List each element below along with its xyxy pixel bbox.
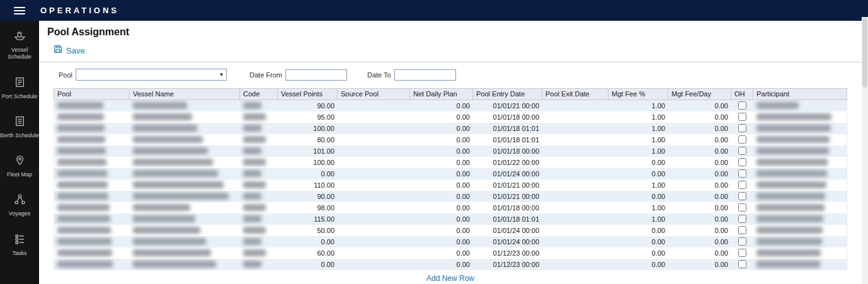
vessel-schedule-icon bbox=[14, 30, 26, 44]
oh-checkbox[interactable] bbox=[738, 124, 746, 132]
oh-checkbox[interactable] bbox=[738, 237, 746, 246]
add-new-row-link[interactable]: Add New Row bbox=[426, 274, 474, 283]
mgt-fee-pct-cell: 0.00 bbox=[608, 168, 668, 179]
oh-checkbox[interactable] bbox=[738, 181, 746, 189]
code-cell bbox=[240, 247, 278, 259]
mgt-fee-day-cell: 0.00 bbox=[668, 157, 731, 168]
scrollbar-thumb[interactable] bbox=[862, 18, 867, 88]
table-row: 60.000.0001/12/23 00:000.000.00 bbox=[54, 247, 847, 259]
pool-select[interactable]: ▼ bbox=[76, 69, 227, 81]
pool-entry-date-cell: 01/01/18 00:00 bbox=[473, 145, 542, 157]
redacted-text bbox=[57, 227, 111, 234]
pool-entry-date-cell: 01/01/24 00:00 bbox=[473, 225, 542, 236]
redacted-text bbox=[133, 147, 208, 154]
filter-bar: Pool ▼ Date From Date To bbox=[59, 69, 868, 81]
oh-checkbox[interactable] bbox=[738, 169, 746, 178]
vessel-points-cell: 90.00 bbox=[278, 100, 338, 111]
code-cell bbox=[240, 179, 278, 191]
oh-checkbox[interactable] bbox=[738, 101, 746, 110]
oh-cell bbox=[731, 213, 753, 225]
oh-checkbox[interactable] bbox=[738, 192, 746, 200]
sidebar-item-vessel-schedule[interactable]: Vessel Schedule bbox=[0, 30, 39, 61]
redacted-text bbox=[757, 125, 831, 132]
fleet-map-icon bbox=[14, 154, 26, 169]
oh-checkbox[interactable] bbox=[738, 215, 746, 223]
pool-exit-date-cell bbox=[542, 259, 608, 270]
sidebar-item-berth-schedule[interactable]: Berth Schedule bbox=[0, 115, 39, 139]
oh-checkbox[interactable] bbox=[738, 113, 746, 121]
vessel-points-cell: 100.00 bbox=[278, 157, 338, 168]
code-cell bbox=[240, 259, 278, 270]
net-daily-plan-cell: 0.00 bbox=[410, 168, 473, 179]
net-daily-plan-cell: 0.00 bbox=[410, 111, 473, 123]
oh-checkbox[interactable] bbox=[738, 249, 746, 257]
code-cell bbox=[240, 123, 278, 134]
source-pool-cell bbox=[338, 145, 410, 157]
sidebar-item-fleet-map[interactable]: Fleet Map bbox=[0, 154, 39, 178]
pool-exit-date-cell bbox=[542, 168, 608, 179]
source-pool-cell bbox=[338, 134, 410, 145]
net-daily-plan-cell: 0.00 bbox=[410, 145, 473, 157]
table-row: 110.000.0001/01/21 00:001.000.00 bbox=[54, 179, 847, 191]
vessel-name-cell bbox=[130, 123, 240, 134]
column-header-code: Code bbox=[240, 89, 278, 99]
code-cell bbox=[240, 100, 278, 111]
redacted-text bbox=[757, 113, 831, 120]
redacted-text bbox=[57, 261, 113, 268]
save-icon bbox=[54, 45, 62, 56]
sidebar-item-label: Vessel Schedule bbox=[0, 47, 39, 61]
participant-cell bbox=[753, 259, 848, 270]
oh-checkbox[interactable] bbox=[738, 226, 746, 234]
table-row: 0.000.0001/01/24 00:000.000.00 bbox=[54, 236, 847, 247]
mgt-fee-day-cell: 0.00 bbox=[668, 225, 731, 236]
sidebar-item-voyages[interactable]: Voyages bbox=[0, 193, 39, 217]
oh-checkbox[interactable] bbox=[738, 158, 746, 166]
pool-exit-date-cell bbox=[542, 111, 608, 123]
vessel-name-cell bbox=[130, 236, 240, 247]
participant-cell bbox=[753, 202, 848, 213]
redacted-text bbox=[243, 193, 261, 200]
participant-cell bbox=[753, 225, 848, 236]
net-daily-plan-cell: 0.00 bbox=[410, 179, 473, 191]
redacted-text bbox=[243, 215, 261, 222]
table-row: 0.000.0001/01/24 00:000.000.00 bbox=[54, 168, 847, 179]
net-daily-plan-cell: 0.00 bbox=[410, 191, 473, 202]
redacted-text bbox=[133, 170, 218, 177]
main-content: Pool Assignment Save Pool ▼ Date From Da… bbox=[39, 21, 868, 284]
source-pool-cell bbox=[338, 236, 410, 247]
sidebar-item-label: Fleet Map bbox=[7, 171, 32, 178]
redacted-text bbox=[57, 136, 105, 143]
oh-checkbox[interactable] bbox=[738, 260, 746, 268]
participant-cell bbox=[753, 134, 848, 145]
sidebar-item-tasks[interactable]: Tasks bbox=[0, 233, 39, 257]
code-cell bbox=[240, 225, 278, 236]
date-to-input[interactable] bbox=[394, 69, 456, 81]
oh-cell bbox=[731, 236, 753, 247]
oh-checkbox[interactable] bbox=[738, 203, 746, 212]
date-from-input[interactable] bbox=[285, 69, 347, 81]
net-daily-plan-cell: 0.00 bbox=[410, 123, 473, 134]
code-cell bbox=[240, 202, 278, 213]
oh-cell bbox=[731, 259, 753, 270]
redacted-text bbox=[243, 249, 266, 256]
table-row: 100.000.0001/01/18 01:011.000.00 bbox=[54, 123, 847, 134]
redacted-text bbox=[57, 159, 106, 166]
mgt-fee-day-cell: 0.00 bbox=[668, 100, 731, 111]
pool-exit-date-cell bbox=[542, 202, 608, 213]
table-row: 90.000.0001/01/21 00:001.000.00 bbox=[54, 100, 847, 111]
column-header-oh: OH bbox=[731, 89, 753, 99]
net-daily-plan-cell: 0.00 bbox=[410, 100, 473, 111]
pool-entry-date-cell: 01/01/18 01:01 bbox=[473, 213, 542, 225]
oh-checkbox[interactable] bbox=[738, 147, 746, 155]
oh-checkbox[interactable] bbox=[738, 135, 746, 144]
code-cell bbox=[240, 191, 278, 202]
save-button[interactable]: Save bbox=[54, 45, 85, 56]
oh-cell bbox=[731, 111, 753, 123]
vertical-scrollbar[interactable] bbox=[862, 17, 868, 284]
oh-cell bbox=[731, 247, 753, 259]
sidebar-item-port-schedule[interactable]: Port Schedule bbox=[0, 76, 39, 100]
vessel-points-cell: 0.00 bbox=[278, 168, 338, 179]
vessel-name-cell bbox=[130, 100, 240, 111]
oh-cell bbox=[731, 202, 753, 213]
hamburger-icon[interactable] bbox=[0, 7, 39, 14]
